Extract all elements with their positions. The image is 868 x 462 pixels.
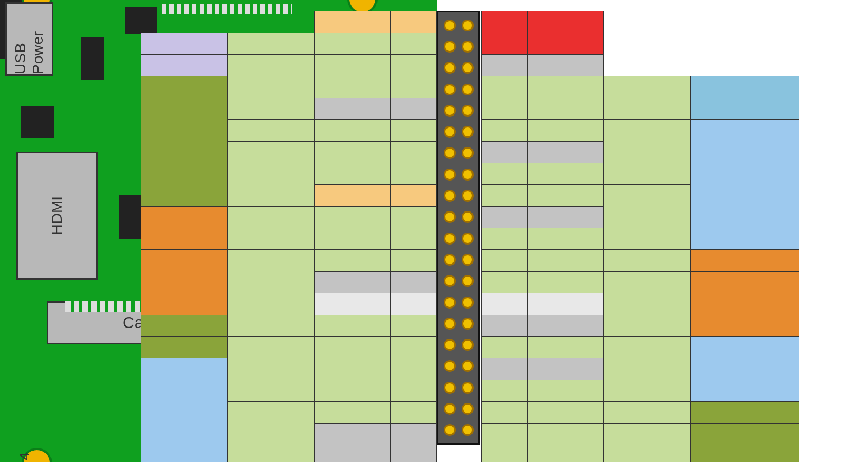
pin-right-name: GPIO21 [528,423,604,462]
pin-row: PWM1pull-downGPIO133334GND [135,358,861,380]
pin-row: GND3940GPIO21pull-downGPCLK1 [135,423,861,445]
pin-right-pull: pull-down [604,423,691,462]
gpio-pinout-table: 3.3V125VI2C1 SDApull-upGPIO2345VI2C1 SCL… [135,11,861,445]
capacitor-icon [81,37,104,80]
page-number: 4 [16,452,33,460]
pin-row: pull-downGPIO263738GPIO20pull-downGPCLK0 [135,401,861,423]
pin-row: SPI0_CLKpull-downGPIO112324GPIO8pull-upS… [135,249,861,271]
pin-row: GPCLK0pull-upGPIO478GPIO14pull-downTXD0 [135,76,861,98]
pin-row: pull-downGPIO193536GPIO16pull-down [135,380,861,401]
pin-row: SPI0_MOSIpull-downGPIO101920GND [135,206,861,228]
pin-row: pull-upID_SD2728ID_SCpull-up [135,293,861,315]
pin-row: pull-downGPIO171112GPIO18pull-downPWM0 [135,119,861,141]
component-icon [21,106,54,138]
hdmi-port: HDMI [16,152,98,280]
pin-row: I2C1 SDApull-upGPIO2345V [135,33,861,54]
pin-row: 3.3V125V [135,11,861,33]
pin-row: GND2526GPIO7pull-upSPI_CE1_N [135,271,861,293]
pin-row: GND910GPIO15pull-downRXD0 [135,98,861,119]
pin-row: GPCLK2pull-upGPIO63132GPIO12pull-downPWM… [135,336,861,358]
pin-row: I2C1 SCLpull-upGPIO356GND [135,54,861,76]
usb-power-port: USB Power [5,2,53,76]
usb-power-label: USB Power [12,4,47,74]
pin-row: SPI0_MISOpull-downGPIO92122GPIO25pull-do… [135,228,861,249]
pin-right-number: 40 [481,423,528,462]
pin-left-name: GND [314,423,390,462]
pin-row: pull-downGPIO271314GND [135,141,861,163]
hdmi-label: HDMI [48,196,66,235]
pin-row: GPCLK1pull-upGPIO52930GND [135,315,861,336]
pin-left-number: 39 [390,423,437,462]
pin-row: pull-downGPIO221516GPIO23pull-down [135,163,861,184]
pin-row: 3.3V1718GPIO24pull-down [135,184,861,206]
pin-right-alt: GPCLK1 [691,423,799,462]
